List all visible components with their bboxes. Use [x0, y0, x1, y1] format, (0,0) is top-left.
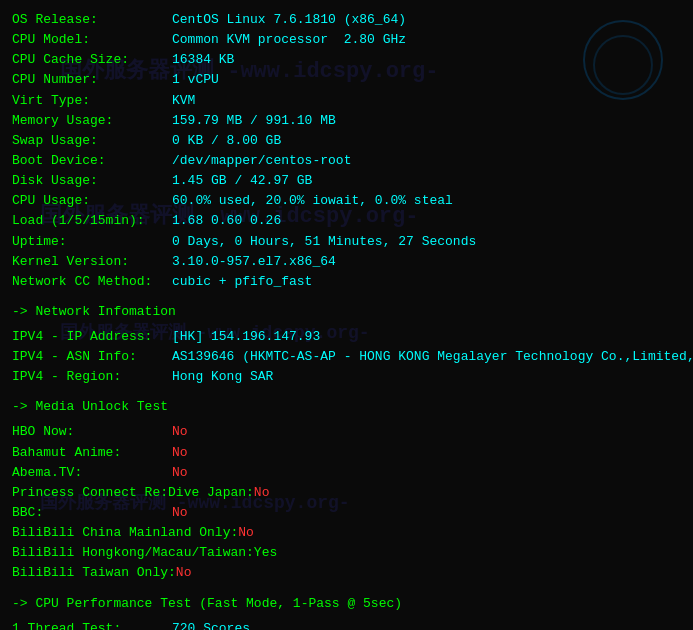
- kernel-line: Kernel Version: 3.10.0-957.el7.x86_64: [12, 252, 681, 272]
- load-label: Load (1/5/15min):: [12, 211, 172, 231]
- uptime-value: 0 Days, 0 Hours, 51 Minutes, 27 Seconds: [172, 232, 476, 252]
- os-release-line: OS Release: CentOS Linux 7.6.1810 (x86_6…: [12, 10, 681, 30]
- swap-usage-label: Swap Usage:: [12, 131, 172, 151]
- load-value: 1.68 0.60 0.26: [172, 211, 281, 231]
- abema-label: Abema.TV:: [12, 463, 172, 483]
- ipv4-region-value: Hong Kong SAR: [172, 367, 273, 387]
- os-release-value: CentOS Linux 7.6.1810 (x86_64): [172, 10, 406, 30]
- cpu-model-value: Common KVM processor 2.80 GHz: [172, 30, 406, 50]
- network-cc-value: cubic + pfifo_fast: [172, 272, 312, 292]
- bbc-line: BBC: No: [12, 503, 681, 523]
- abema-value: No: [172, 463, 188, 483]
- ipv4-region-label: IPV4 - Region:: [12, 367, 172, 387]
- cpu-number-line: CPU Number: 1 vCPU: [12, 70, 681, 90]
- bahamut-value: No: [172, 443, 188, 463]
- cpu-usage-line: CPU Usage: 60.0% used, 20.0% iowait, 0.0…: [12, 191, 681, 211]
- bilibili-hk-label: BiliBili Hongkong/Macau/Taiwan:: [12, 543, 254, 563]
- princess-line: Princess Connect Re:Dive Japan: No: [12, 483, 681, 503]
- bilibili-hk-value: Yes: [254, 543, 277, 563]
- uptime-line: Uptime: 0 Days, 0 Hours, 51 Minutes, 27 …: [12, 232, 681, 252]
- cpu-usage-label: CPU Usage:: [12, 191, 172, 211]
- swap-usage-value: 0 KB / 8.00 GB: [172, 131, 281, 151]
- media-section-header: -> Media Unlock Test: [12, 399, 681, 414]
- cpu-thread1-value: 720 Scores: [172, 619, 250, 630]
- bilibili-cn-label: BiliBili China Mainland Only:: [12, 523, 238, 543]
- hbo-line: HBO Now: No: [12, 422, 681, 442]
- cpu-usage-value: 60.0% used, 20.0% iowait, 0.0% steal: [172, 191, 453, 211]
- boot-device-value: /dev/mapper/centos-root: [172, 151, 351, 171]
- bilibili-cn-line: BiliBili China Mainland Only: No: [12, 523, 681, 543]
- hbo-value: No: [172, 422, 188, 442]
- bilibili-tw-value: No: [176, 563, 192, 583]
- kernel-label: Kernel Version:: [12, 252, 172, 272]
- kernel-value: 3.10.0-957.el7.x86_64: [172, 252, 336, 272]
- boot-device-label: Boot Device:: [12, 151, 172, 171]
- cpu-cache-value: 16384 KB: [172, 50, 234, 70]
- main-container: OS Release: CentOS Linux 7.6.1810 (x86_6…: [0, 0, 693, 630]
- os-release-label: OS Release:: [12, 10, 172, 30]
- bbc-label: BBC:: [12, 503, 172, 523]
- network-cc-line: Network CC Method: cubic + pfifo_fast: [12, 272, 681, 292]
- swap-usage-line: Swap Usage: 0 KB / 8.00 GB: [12, 131, 681, 151]
- network-section-header: -> Network Infomation: [12, 304, 681, 319]
- ipv4-asn-line: IPV4 - ASN Info: AS139646 (HKMTC-AS-AP -…: [12, 347, 681, 367]
- ipv4-addr-line: IPV4 - IP Address: [HK] 154.196.147.93: [12, 327, 681, 347]
- cpu-number-value: 1 vCPU: [172, 70, 219, 90]
- cpu-cache-line: CPU Cache Size: 16384 KB: [12, 50, 681, 70]
- network-cc-label: Network CC Method:: [12, 272, 172, 292]
- cpu-thread1-label: 1 Thread Test:: [12, 619, 172, 630]
- disk-usage-label: Disk Usage:: [12, 171, 172, 191]
- disk-usage-value: 1.45 GB / 42.97 GB: [172, 171, 312, 191]
- uptime-label: Uptime:: [12, 232, 172, 252]
- memory-usage-label: Memory Usage:: [12, 111, 172, 131]
- bahamut-label: Bahamut Anime:: [12, 443, 172, 463]
- bilibili-tw-label: BiliBili Taiwan Only:: [12, 563, 176, 583]
- disk-usage-line: Disk Usage: 1.45 GB / 42.97 GB: [12, 171, 681, 191]
- ipv4-region-line: IPV4 - Region: Hong Kong SAR: [12, 367, 681, 387]
- virt-type-label: Virt Type:: [12, 91, 172, 111]
- cpu-perf-section-header: -> CPU Performance Test (Fast Mode, 1-Pa…: [12, 596, 681, 611]
- bilibili-cn-value: No: [238, 523, 254, 543]
- bbc-value: No: [172, 503, 188, 523]
- cpu-model-label: CPU Model:: [12, 30, 172, 50]
- memory-usage-line: Memory Usage: 159.79 MB / 991.10 MB: [12, 111, 681, 131]
- cpu-number-label: CPU Number:: [12, 70, 172, 90]
- virt-type-value: KVM: [172, 91, 195, 111]
- cpu-cache-label: CPU Cache Size:: [12, 50, 172, 70]
- princess-label: Princess Connect Re:Dive Japan:: [12, 483, 254, 503]
- princess-value: No: [254, 483, 270, 503]
- cpu-thread1-line: 1 Thread Test: 720 Scores: [12, 619, 681, 630]
- cpu-model-line: CPU Model: Common KVM processor 2.80 GHz: [12, 30, 681, 50]
- ipv4-asn-value: AS139646 (HKMTC-AS-AP - HONG KONG Megala…: [172, 347, 693, 367]
- virt-type-line: Virt Type: KVM: [12, 91, 681, 111]
- abema-line: Abema.TV: No: [12, 463, 681, 483]
- boot-device-line: Boot Device: /dev/mapper/centos-root: [12, 151, 681, 171]
- ipv4-addr-value: [HK] 154.196.147.93: [172, 327, 320, 347]
- ipv4-addr-label: IPV4 - IP Address:: [12, 327, 172, 347]
- ipv4-asn-label: IPV4 - ASN Info:: [12, 347, 172, 367]
- load-line: Load (1/5/15min): 1.68 0.60 0.26: [12, 211, 681, 231]
- memory-usage-value: 159.79 MB / 991.10 MB: [172, 111, 336, 131]
- hbo-label: HBO Now:: [12, 422, 172, 442]
- bilibili-hk-line: BiliBili Hongkong/Macau/Taiwan: Yes: [12, 543, 681, 563]
- bilibili-tw-line: BiliBili Taiwan Only: No: [12, 563, 681, 583]
- bahamut-line: Bahamut Anime: No: [12, 443, 681, 463]
